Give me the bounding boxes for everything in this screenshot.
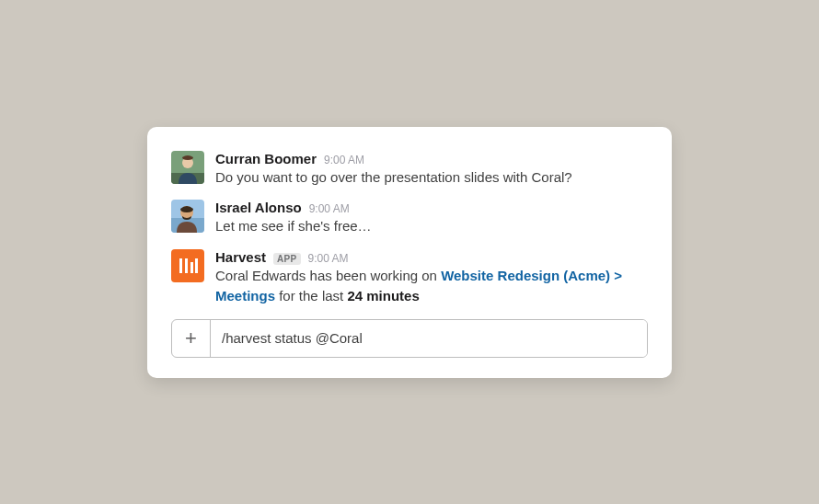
message-text: Do you want to go over the presentation … [215,167,648,188]
text-prefix: Coral Edwards has been working on [215,268,441,283]
message-body: Harvest APP 9:00 AM Coral Edwards has be… [215,249,648,306]
message-row: Curran Boomer 9:00 AM Do you want to go … [171,151,648,188]
avatar-person-icon [171,200,204,233]
avatar [171,200,204,233]
svg-rect-9 [190,262,193,273]
svg-rect-7 [179,258,182,273]
harvest-app-icon [171,249,204,282]
message-time: 9:00 AM [309,202,350,215]
message-time: 9:00 AM [308,252,349,265]
message-header: Harvest APP 9:00 AM [215,249,648,265]
svg-rect-10 [195,258,198,273]
avatar-person-icon [171,151,204,184]
message-input[interactable] [211,320,647,357]
message-time: 9:00 AM [324,154,364,166]
message-author: Harvest [215,249,266,265]
add-attachment-button[interactable]: + [172,320,211,357]
message-text: Let me see if she's free… [215,216,648,236]
duration: 24 minutes [347,288,419,304]
message-composer: + [171,319,648,358]
chat-card: Curran Boomer 9:00 AM Do you want to go … [147,127,672,378]
task-link[interactable]: Meetings [215,288,275,304]
message-row: Harvest APP 9:00 AM Coral Edwards has be… [171,249,648,306]
project-link[interactable]: Website Redesign (Acme) [441,268,610,283]
message-author: Curran Boomer [215,151,317,166]
message-body: Curran Boomer 9:00 AM Do you want to go … [215,151,648,188]
link-separator: > [610,268,622,283]
svg-rect-8 [185,258,188,273]
message-author: Israel Alonso [215,200,302,215]
message-header: Curran Boomer 9:00 AM [215,151,648,166]
plus-icon: + [185,326,197,350]
text-mid: for the last [275,288,347,304]
avatar [171,151,204,184]
message-row: Israel Alonso 9:00 AM Let me see if she'… [171,200,648,236]
message-header: Israel Alonso 9:00 AM [215,200,648,215]
avatar [171,249,204,282]
message-body: Israel Alonso 9:00 AM Let me see if she'… [215,200,648,236]
message-text: Coral Edwards has been working on Websit… [215,266,648,306]
app-badge: APP [273,253,300,265]
